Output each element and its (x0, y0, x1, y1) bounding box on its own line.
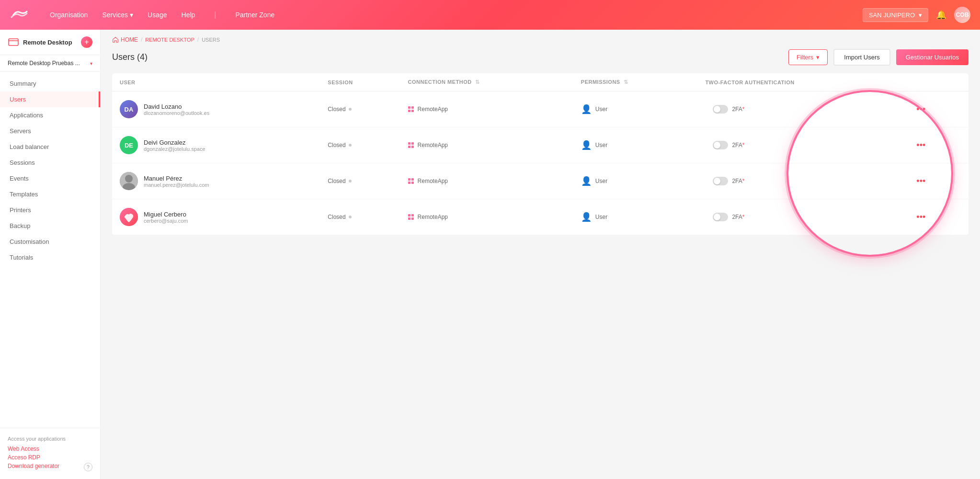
sidebar-item-summary[interactable]: Summary (0, 76, 100, 91)
top-navigation: Organisation Services ▾ Usage Help | Par… (0, 0, 980, 30)
sidebar-item-templates[interactable]: Templates (0, 186, 100, 202)
session-dot-icon (349, 216, 352, 218)
breadcrumb-home[interactable]: HOME (112, 36, 138, 43)
nav-partner-zone[interactable]: Partner Zone (236, 11, 275, 19)
nav-links: Organisation Services ▾ Usage Help | Par… (50, 11, 863, 19)
permission-label: User (595, 178, 607, 184)
nav-services[interactable]: Services ▾ (102, 11, 133, 19)
table-row: Miguel Cerbero cerbero@saju.com Closed (112, 199, 969, 235)
connection-cell: RemoteApp (408, 142, 566, 148)
logo[interactable] (10, 8, 31, 22)
session-cell: Closed (328, 214, 392, 220)
user-cell: DA David Lozano dlozanomoreno@outlook.es (120, 100, 312, 118)
user-email: dgonzalez@jotelulu.space (144, 146, 205, 152)
nav-help[interactable]: Help (182, 11, 195, 19)
col-permissions[interactable]: PERMISSIONS ⇅ (573, 73, 698, 91)
user-info: Deivi Gonzalez dgonzalez@jotelulu.space (144, 139, 205, 152)
row-more-button[interactable]: ••• (912, 138, 929, 152)
location-arrow-icon: ▾ (919, 11, 922, 19)
user-info: Manuel Pérez manuel.perez@jotelulu.com (144, 175, 209, 188)
breadcrumb-home-label: HOME (121, 36, 138, 43)
nav-organisation[interactable]: Organisation (50, 11, 88, 19)
sidebar-item-printers[interactable]: Printers (0, 202, 100, 218)
connection-cell: RemoteApp (408, 178, 566, 184)
notification-bell-icon[interactable]: 🔔 (936, 10, 946, 20)
nav-divider: | (214, 11, 216, 19)
tfa-toggle[interactable] (713, 177, 728, 185)
filters-chevron-icon: ▾ (816, 54, 820, 61)
filters-label: Filters (797, 54, 813, 61)
import-users-button[interactable]: Import Users (833, 49, 890, 66)
session-cell: Closed (328, 106, 392, 113)
tfa-label: 2FA* (732, 106, 744, 113)
location-selector[interactable]: SAN JUNIPERO ▾ (863, 8, 928, 22)
col-connection[interactable]: CONNECTION METHOD ⇅ (400, 73, 573, 91)
add-button[interactable]: + (81, 36, 92, 48)
sidebar-workspace[interactable]: Remote Desktop Pruebas ... ▾ (0, 55, 100, 72)
sidebar-item-label: Users (10, 96, 26, 103)
sidebar-item-label: Tutorials (10, 254, 33, 261)
avatar: DE (120, 136, 138, 154)
connection-label: RemoteApp (418, 178, 448, 184)
users-table-container: USER SESSION CONNECTION METHOD ⇅ PERMISS… (101, 73, 980, 479)
remoteapp-icon (408, 214, 414, 220)
breadcrumb-section[interactable]: REMOTE DESKTOP (145, 37, 194, 43)
sidebar-item-load-balancer[interactable]: Load balancer (0, 139, 100, 155)
page-title: Users (4) (112, 52, 148, 62)
connection-sort-icon: ⇅ (475, 79, 480, 85)
user-email: cerbero@saju.com (144, 218, 188, 224)
table-row: DA David Lozano dlozanomoreno@outlook.es… (112, 91, 969, 127)
sidebar-item-tutorials[interactable]: Tutorials (0, 250, 100, 265)
permission-cell: 👤 User (581, 176, 690, 186)
session-status: Closed (328, 106, 345, 113)
table-row: Manuel Pérez manuel.perez@jotelulu.com C… (112, 163, 969, 199)
breadcrumb-sep-2: / (197, 36, 199, 43)
tfa-asterisk: * (742, 106, 745, 113)
sidebar-item-sessions[interactable]: Sessions (0, 155, 100, 171)
user-email: dlozanomoreno@outlook.es (144, 110, 209, 116)
row-more-button[interactable]: ••• (912, 103, 929, 116)
sidebar-item-backup[interactable]: Backup (0, 218, 100, 234)
person-icon: 👤 (581, 104, 592, 114)
col-user: USER (112, 73, 320, 91)
user-info: Miguel Cerbero cerbero@saju.com (144, 211, 188, 224)
user-avatar-top[interactable]: COB (954, 7, 970, 23)
sidebar-nav: Summary Users Applications Servers Load … (0, 72, 100, 428)
header-actions: Filters ▾ Import Users Gestionar Usuario… (788, 49, 969, 66)
session-status: Closed (328, 178, 345, 184)
tfa-asterisk: * (742, 178, 745, 184)
filters-button[interactable]: Filters ▾ (788, 49, 828, 65)
connection-cell: RemoteApp (408, 214, 566, 220)
permission-label: User (595, 142, 607, 148)
connection-cell: RemoteApp (408, 106, 566, 113)
tfa-toggle[interactable] (713, 213, 728, 221)
main-container: Remote Desktop + Remote Desktop Pruebas … (0, 30, 980, 479)
row-more-button[interactable]: ••• (912, 210, 929, 224)
connection-label: RemoteApp (418, 142, 448, 148)
sidebar-item-label: Applications (10, 112, 43, 119)
sidebar-item-servers[interactable]: Servers (0, 123, 100, 139)
download-generator-link[interactable]: Download generator (8, 463, 59, 469)
user-name: Miguel Cerbero (144, 211, 188, 218)
gestionar-usuarios-button[interactable]: Gestionar Usuarios (896, 49, 969, 65)
tfa-toggle[interactable] (713, 141, 728, 149)
nav-usage[interactable]: Usage (148, 11, 167, 19)
sidebar-item-events[interactable]: Events (0, 171, 100, 186)
sidebar-item-customisation[interactable]: Customisation (0, 234, 100, 250)
tfa-toggle[interactable] (713, 105, 728, 114)
row-more-button[interactable]: ••• (912, 174, 929, 188)
rdp-access-link[interactable]: Acceso RDP (8, 454, 92, 461)
sidebar-item-users[interactable]: Users (0, 91, 100, 107)
sidebar-item-label: Summary (10, 80, 36, 87)
avatar (120, 208, 138, 226)
web-access-link[interactable]: Web Access (8, 445, 92, 452)
person-icon: 👤 (581, 140, 592, 150)
permission-label: User (595, 214, 607, 220)
page-header: Users (4) Filters ▾ Import Users Gestion… (101, 43, 980, 73)
help-icon[interactable]: ? (84, 463, 92, 471)
sidebar-item-label: Events (10, 175, 29, 182)
workspace-arrow-icon: ▾ (90, 61, 92, 66)
svg-rect-0 (9, 39, 18, 46)
connection-label: RemoteApp (418, 214, 448, 220)
sidebar-item-applications[interactable]: Applications (0, 107, 100, 123)
